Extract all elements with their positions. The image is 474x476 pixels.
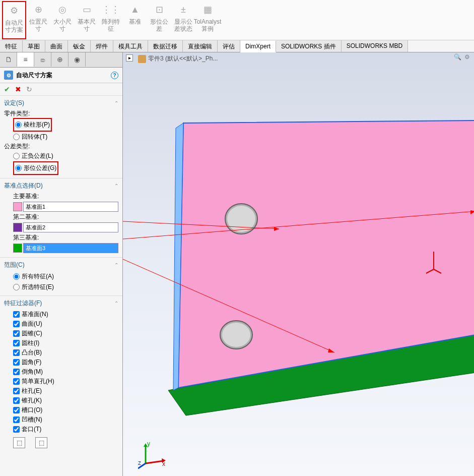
- part-type-label: 零件类型:: [4, 109, 118, 118]
- pin-button[interactable]: ↻: [26, 85, 32, 93]
- tab-sheetmetal[interactable]: 钣金: [68, 40, 91, 52]
- ribbon-auto-dim-scheme[interactable]: ⚙ 自动尺寸方案: [2, 1, 26, 39]
- config-tab[interactable]: ⎄: [34, 52, 51, 67]
- view-triad[interactable]: y x z: [138, 441, 168, 471]
- panel-title: 自动尺寸方案: [16, 71, 52, 80]
- apply-filter-button[interactable]: ⬚: [13, 437, 25, 448]
- auto-dim-icon: ⚙: [7, 4, 21, 18]
- dimxpert-tab[interactable]: ⊕: [51, 52, 69, 67]
- secondary-datum-input[interactable]: 基准面2: [23, 222, 118, 232]
- tab-surface[interactable]: 曲面: [45, 40, 68, 52]
- primary-color-swatch: [13, 202, 22, 211]
- property-tab[interactable]: ≡: [17, 52, 34, 67]
- svg-text:y: y: [147, 441, 150, 447]
- radio-selected-features[interactable]: 所选特征(E): [13, 282, 118, 292]
- svg-line-15: [434, 269, 441, 273]
- ribbon-size-dim[interactable]: ◎大小尺寸: [50, 1, 75, 39]
- graphics-viewport[interactable]: ▸ 零件3 (默认<<默认>_Ph...: [123, 52, 474, 476]
- tab-sketch[interactable]: 草图: [23, 40, 45, 52]
- secondary-color-swatch: [13, 223, 22, 232]
- tab-data-migration[interactable]: 数据迁移: [148, 40, 183, 52]
- cancel-button[interactable]: ✖: [15, 85, 21, 93]
- tab-weldment[interactable]: 焊件: [91, 40, 113, 52]
- tertiary-color-swatch: [13, 244, 22, 253]
- filter-checkbox-11[interactable]: 凹槽(N): [13, 415, 118, 425]
- ribbon-basic-dim[interactable]: ▭基本尺寸: [75, 1, 99, 39]
- primary-datum-input[interactable]: 基准面1: [23, 202, 118, 212]
- property-manager: 🗋 ≡ ⎄ ⊕ ◉ ⚙ 自动尺寸方案 ? ✔ ✖ ↻ 设定(S)⌃ 零件类型: …: [0, 52, 123, 476]
- reset-filter-button[interactable]: ⬚: [35, 437, 47, 448]
- radio-prismatic[interactable]: 棱柱形(P): [15, 120, 50, 130]
- tertiary-datum-input[interactable]: 基准面3: [23, 243, 118, 253]
- ribbon-datum[interactable]: ▲基准: [123, 1, 147, 39]
- display-tab[interactable]: ◉: [69, 52, 86, 67]
- origin-indicator: [424, 249, 444, 274]
- panel-icon: ⚙: [4, 71, 13, 80]
- radio-plus-minus[interactable]: 正负公差(L): [13, 151, 118, 161]
- filter-checkbox-8[interactable]: 柱孔(E): [13, 386, 118, 396]
- tab-mold[interactable]: 模具工具: [113, 40, 148, 52]
- filter-checkbox-3[interactable]: 圆柱(I): [13, 338, 118, 348]
- svg-text:z: z: [138, 459, 141, 466]
- svg-text:x: x: [162, 460, 165, 467]
- filter-checkbox-2[interactable]: 圆锥(C): [13, 329, 118, 338]
- ribbon-pattern-feat[interactable]: ⋮⋮阵列特征: [99, 1, 123, 39]
- svg-line-14: [426, 269, 434, 273]
- radio-geometric[interactable]: 形位公差(G): [15, 163, 56, 173]
- filter-checkbox-5[interactable]: 圆角(F): [13, 358, 118, 367]
- ribbon-location-dim[interactable]: ⊕位置尺寸: [26, 1, 50, 39]
- filter-checkbox-6[interactable]: 倒角(M): [13, 367, 118, 377]
- ribbon-toolbar: ⚙ 自动尺寸方案 ⊕位置尺寸 ◎大小尺寸 ▭基本尺寸 ⋮⋮阵列特征 ▲基准 ⊡形…: [0, 0, 474, 40]
- section-scope: 范围(C)⌃ 所有特征(A) 所选特征(E): [0, 257, 122, 295]
- collapse-icon[interactable]: ⌃: [114, 100, 118, 106]
- tab-feature[interactable]: 特征: [0, 40, 23, 52]
- feature-tree-tab[interactable]: 🗋: [0, 52, 17, 67]
- filter-checkbox-4[interactable]: 凸台(B): [13, 348, 118, 358]
- tab-dimxpert[interactable]: DimXpert: [240, 41, 276, 52]
- radio-all-features[interactable]: 所有特征(A): [13, 271, 118, 282]
- manager-tabs: 🗋 ≡ ⎄ ⊕ ◉: [0, 52, 122, 68]
- svg-line-18: [146, 461, 163, 463]
- section-datum: 基准点选择(D)⌃ 主要基准: 基准面1 第二基准: 基准面2 第三基准: 基准…: [0, 178, 122, 257]
- filter-checkbox-9[interactable]: 锥孔(K): [13, 396, 118, 405]
- ribbon-show-tol[interactable]: ±显示公差状态: [171, 1, 195, 39]
- tab-sw-addins[interactable]: SOLIDWORKS 插件: [276, 40, 342, 52]
- ok-button[interactable]: ✔: [4, 85, 10, 93]
- section-settings: 设定(S)⌃ 零件类型: 棱柱形(P) 回转体(T) 公差类型: 正负公差(L)…: [0, 95, 122, 178]
- ribbon-geo-tol[interactable]: ⊡形位公差: [147, 1, 171, 39]
- filter-checkbox-10[interactable]: 槽口(O): [13, 405, 118, 415]
- confirm-row: ✔ ✖ ↻: [0, 83, 122, 95]
- svg-point-4: [227, 206, 255, 232]
- filter-checkbox-12[interactable]: 套口(T): [13, 425, 118, 434]
- tab-strip: 特征 草图 曲面 钣金 焊件 模具工具 数据迁移 直接编辑 评估 DimXper…: [0, 40, 474, 52]
- options-icon[interactable]: ⚙: [464, 53, 470, 61]
- help-icon[interactable]: ?: [111, 72, 118, 79]
- tab-sw-mbd[interactable]: SOLIDWORKS MBD: [342, 40, 408, 52]
- section-filter: 特征过滤器(F)⌃ 基准面(N)曲面(U)圆锥(C)圆柱(I)凸台(B)圆角(F…: [0, 295, 122, 454]
- filter-checkbox-1[interactable]: 曲面(U): [13, 319, 118, 329]
- tab-direct-edit[interactable]: 直接编辑: [183, 40, 218, 52]
- tol-type-label: 公差类型:: [4, 142, 118, 151]
- model-svg: [123, 52, 474, 476]
- radio-turned[interactable]: 回转体(T): [13, 132, 118, 142]
- search-icon[interactable]: 🔍: [454, 53, 461, 61]
- ribbon-tolanalyst[interactable]: ▦TolAnalyst 算例: [195, 1, 220, 39]
- panel-header: ⚙ 自动尺寸方案 ?: [0, 68, 122, 83]
- filter-checkbox-7[interactable]: 简单直孔(H): [13, 377, 118, 386]
- filter-checkbox-0[interactable]: 基准面(N): [13, 310, 118, 319]
- svg-point-6: [222, 323, 250, 347]
- tab-evaluate[interactable]: 评估: [218, 40, 240, 52]
